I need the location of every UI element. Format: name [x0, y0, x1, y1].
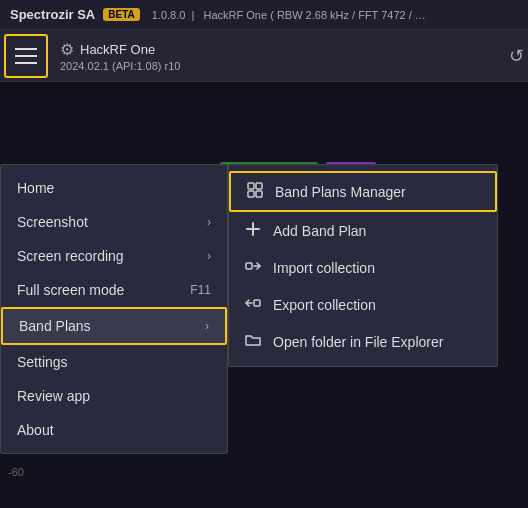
menu-item-screen-recording[interactable]: Screen recording ›	[1, 239, 227, 273]
gear-icon: ⚙	[60, 40, 74, 59]
chevron-icon: ›	[207, 215, 211, 229]
header-info: 1.0.8.0 | HackRF One ( RBW 2.68 kHz / FF…	[152, 9, 426, 21]
submenu-item-band-plans-manager[interactable]: Band Plans Manager	[229, 171, 497, 212]
band-plans-submenu: Band Plans Manager Add Band Plan Import	[228, 164, 498, 367]
submenu-item-import-collection[interactable]: Import collection	[229, 249, 497, 286]
export-collection-icon	[243, 295, 263, 314]
menu-item-home[interactable]: Home	[1, 171, 227, 205]
svg-rect-0	[248, 183, 254, 189]
svg-rect-8	[254, 300, 260, 306]
svg-rect-3	[256, 191, 262, 197]
menu-item-full-screen[interactable]: Full screen mode F11	[1, 273, 227, 307]
app-title: Spectrozir SA	[10, 7, 95, 22]
hamburger-bar-1	[15, 48, 37, 50]
device-name: HackRF One	[80, 42, 155, 57]
shortcut-label: F11	[190, 283, 211, 297]
menu-item-review-app[interactable]: Review app	[1, 379, 227, 413]
import-collection-icon	[243, 258, 263, 277]
submenu-item-add-band-plan[interactable]: Add Band Plan	[229, 212, 497, 249]
band-plans-manager-icon	[245, 182, 265, 201]
main-menu: Home Screenshot › Screen recording › Ful…	[0, 164, 228, 454]
menu-item-band-plans[interactable]: Band Plans ›	[1, 307, 227, 345]
db-label: -60	[8, 466, 24, 478]
menu-item-screenshot[interactable]: Screenshot ›	[1, 205, 227, 239]
svg-rect-1	[256, 183, 262, 189]
undo-button[interactable]: ↺	[509, 45, 524, 67]
gear-row: ⚙ HackRF One	[60, 40, 180, 59]
beta-badge: BETA	[103, 8, 139, 21]
chevron-icon: ›	[207, 249, 211, 263]
svg-rect-6	[246, 263, 252, 269]
svg-rect-2	[248, 191, 254, 197]
header-bar: Spectrozir SA BETA 1.0.8.0 | HackRF One …	[0, 0, 528, 30]
hamburger-button[interactable]	[4, 34, 48, 78]
open-folder-icon	[243, 332, 263, 351]
menu-item-settings[interactable]: Settings	[1, 345, 227, 379]
submenu-item-open-folder[interactable]: Open folder in File Explorer	[229, 323, 497, 360]
toolbar-row: ⚙ HackRF One 2024.02.1 (API:1.08) r10 ↺	[0, 30, 528, 82]
device-info-area: ⚙ HackRF One 2024.02.1 (API:1.08) r10	[60, 40, 180, 72]
chevron-icon: ›	[205, 319, 209, 333]
hamburger-bar-2	[15, 55, 37, 57]
submenu-item-export-collection[interactable]: Export collection	[229, 286, 497, 323]
menu-item-about[interactable]: About	[1, 413, 227, 447]
device-subtitle: 2024.02.1 (API:1.08) r10	[60, 60, 180, 72]
add-band-plan-icon	[243, 221, 263, 240]
spectrum-area: GSM/LTE 1800 UMTS -60 Home Screenshot › …	[0, 82, 528, 508]
hamburger-bar-3	[15, 62, 37, 64]
